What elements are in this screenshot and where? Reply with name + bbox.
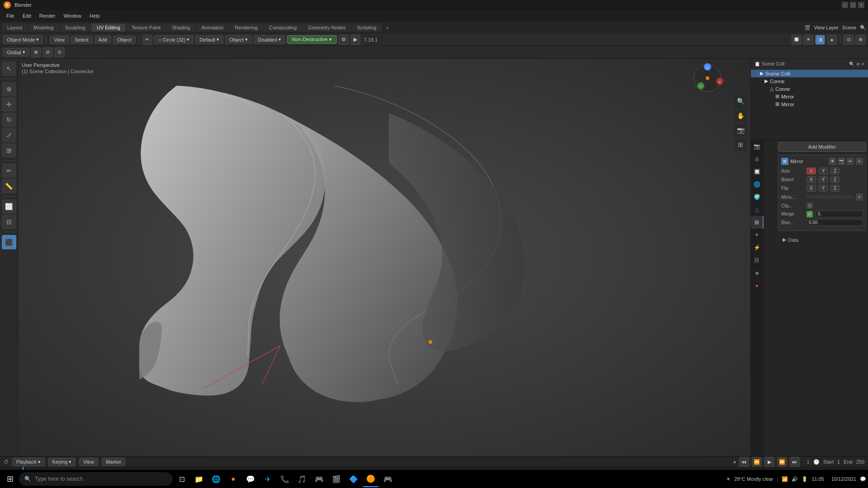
viewport-shading-2[interactable]: ☀ bbox=[803, 35, 813, 45]
menu-edit[interactable]: Edit bbox=[19, 12, 35, 19]
menu-window[interactable]: Window bbox=[60, 12, 85, 19]
props-tab-physics[interactable]: ⚡ bbox=[751, 241, 764, 254]
add-object-tool[interactable]: ⊟ bbox=[2, 215, 16, 229]
scene-label[interactable]: Scene bbox=[842, 25, 856, 30]
view-menu-timeline[interactable]: View bbox=[79, 458, 98, 466]
end-frame[interactable]: 250 bbox=[856, 459, 864, 465]
select-menu[interactable]: Select bbox=[71, 36, 93, 44]
props-tab-object[interactable]: △ bbox=[751, 203, 764, 216]
navigation-gizmo[interactable]: Z X Y bbox=[692, 62, 723, 95]
axis-y-button[interactable]: Y bbox=[819, 168, 828, 174]
non-destructive-toggle[interactable]: Non-Destructive ▾ bbox=[287, 35, 337, 44]
bisect-y-button[interactable]: Y bbox=[819, 176, 828, 183]
tab-uv-editing[interactable]: UV Editing bbox=[91, 23, 126, 32]
mirror-object-field[interactable] bbox=[807, 196, 853, 198]
tab-sculpting[interactable]: Sculpting bbox=[60, 23, 91, 32]
grid-button[interactable]: ⊞ bbox=[734, 138, 747, 151]
modifier-close-btn[interactable]: × bbox=[856, 158, 863, 165]
tab-rendering[interactable]: Rendering bbox=[229, 23, 263, 32]
next-frame-btn[interactable]: ⏩ bbox=[777, 457, 787, 467]
camera-button[interactable]: 📷 bbox=[734, 124, 747, 136]
notification-icon[interactable]: 💬 bbox=[860, 476, 866, 482]
maximize-button[interactable]: □ bbox=[850, 2, 856, 8]
add-modifier-button[interactable]: Add Modifier bbox=[778, 142, 866, 152]
object-menu[interactable]: Object bbox=[113, 36, 136, 44]
zoom-in-button[interactable]: 🔍 bbox=[734, 95, 747, 108]
settings-button[interactable]: ⚙ bbox=[339, 35, 349, 45]
flip-y-button[interactable]: Y bbox=[819, 185, 828, 192]
viewport-shading-3[interactable]: ◑ bbox=[815, 35, 825, 45]
close-button[interactable]: × bbox=[858, 2, 864, 8]
current-frame-display[interactable]: 1 bbox=[807, 459, 810, 465]
active-tool[interactable]: ⬛ bbox=[2, 235, 16, 249]
tab-geometry-nodes[interactable]: Geometry Nodes bbox=[302, 23, 351, 32]
default-selector[interactable]: Default ▾ bbox=[195, 35, 223, 44]
props-tab-output[interactable]: 🖨 bbox=[751, 153, 764, 165]
prev-frame-btn[interactable]: ⏪ bbox=[752, 457, 762, 467]
props-tab-data[interactable]: ◈ bbox=[751, 267, 764, 279]
cut-button[interactable]: ✂ bbox=[142, 35, 152, 45]
bisect-z-button[interactable]: Z bbox=[830, 176, 840, 183]
start-button[interactable]: ⊞ bbox=[2, 471, 18, 487]
viewport-shading-1[interactable]: 🔲 bbox=[792, 35, 802, 45]
modifier-name[interactable]: Mirror bbox=[790, 159, 827, 164]
props-tab-modifiers[interactable]: ⊞ bbox=[751, 216, 764, 229]
taskbar-telegram[interactable]: ✈ bbox=[259, 471, 276, 487]
tab-animation[interactable]: Animation bbox=[196, 23, 229, 32]
outliner-item-conne-2[interactable]: △ Conne bbox=[751, 85, 868, 93]
outliner-options[interactable]: ≡ bbox=[862, 61, 864, 66]
menu-file[interactable]: File bbox=[3, 12, 18, 19]
view-layer-value[interactable]: View Layer bbox=[814, 25, 839, 30]
pan-button[interactable]: ✋ bbox=[734, 109, 747, 122]
play-button[interactable]: ▶ bbox=[350, 35, 360, 45]
proportional-edit[interactable]: ⊙ bbox=[55, 47, 65, 57]
merge-checkbox[interactable]: ✓ bbox=[807, 211, 813, 217]
mirror-object-close[interactable]: × bbox=[856, 193, 863, 201]
cursor-tool[interactable]: ⊕ bbox=[2, 82, 16, 96]
tab-modeling[interactable]: Modeling bbox=[28, 23, 59, 32]
measure-tool[interactable]: 📏 bbox=[2, 179, 16, 193]
taskbar-app-4[interactable]: 🔷 bbox=[345, 471, 362, 487]
taskbar-discord[interactable]: 💬 bbox=[242, 471, 259, 487]
taskbar-app-2[interactable]: 🎮 bbox=[311, 471, 327, 487]
axis-z-button[interactable]: Z bbox=[830, 168, 840, 174]
taskbar-search[interactable]: 🔍 Type here to search bbox=[19, 472, 173, 486]
viewport[interactable]: User Perspective (1) Scene Collection | … bbox=[18, 59, 750, 456]
menu-help[interactable]: Help bbox=[86, 12, 104, 19]
xray-button[interactable]: ⊗ bbox=[855, 35, 865, 45]
view-menu[interactable]: View bbox=[50, 36, 69, 44]
viewport-shading-4[interactable]: ● bbox=[827, 35, 837, 45]
add-cube-tool[interactable]: ⬜ bbox=[2, 199, 16, 214]
object-selector[interactable]: Object ▾ bbox=[225, 35, 252, 44]
props-tab-particles[interactable]: ✦ bbox=[751, 229, 764, 241]
axis-x-button[interactable]: X bbox=[807, 168, 816, 174]
add-workspace-button[interactable]: + bbox=[382, 23, 393, 33]
window-controls[interactable]: − □ × bbox=[842, 2, 864, 8]
minimize-button[interactable]: − bbox=[842, 2, 848, 8]
outliner-item-mirror-2[interactable]: ⊞ Mirror bbox=[751, 100, 868, 108]
tab-compositing[interactable]: Compositing bbox=[264, 23, 302, 32]
props-tab-scene[interactable]: 🌐 bbox=[751, 178, 764, 191]
playback-menu[interactable]: Playback ▾ bbox=[12, 458, 45, 466]
props-tab-material[interactable]: ● bbox=[751, 279, 764, 292]
global-orientation[interactable]: Global ▾ bbox=[3, 48, 29, 56]
overlay-button[interactable]: ⊙ bbox=[844, 35, 854, 45]
pivot-center[interactable]: ⊕ bbox=[31, 47, 41, 57]
circle-selector[interactable]: ○ Circle (32) ▾ bbox=[154, 35, 193, 44]
modifier-realtime-btn[interactable]: 👁 bbox=[829, 158, 836, 165]
jump-end-btn[interactable]: ⏭ bbox=[790, 457, 800, 467]
play-btn[interactable]: ▶ bbox=[764, 457, 774, 467]
outliner-item-scene-colli[interactable]: ▶ Scene Colli bbox=[751, 70, 868, 77]
modifier-render-btn[interactable]: 📷 bbox=[838, 158, 845, 165]
flip-x-button[interactable]: X bbox=[807, 185, 816, 192]
scale-tool[interactable]: ⤢ bbox=[2, 128, 16, 142]
tab-shading[interactable]: Shading bbox=[166, 23, 195, 32]
object-mode-selector[interactable]: Object Mode ▾ bbox=[3, 35, 43, 44]
clipping-checkbox[interactable]: □ bbox=[807, 202, 813, 209]
outliner-item-mirror-1[interactable]: ⊞ Mirror bbox=[751, 93, 868, 100]
menu-render[interactable]: Render bbox=[36, 12, 59, 19]
taskbar-blender[interactable]: 🟠 bbox=[363, 471, 379, 487]
start-frame[interactable]: 1 bbox=[837, 459, 840, 465]
keying-menu[interactable]: Keying ▾ bbox=[48, 458, 76, 466]
snap-button[interactable]: ⊘ bbox=[43, 47, 53, 57]
